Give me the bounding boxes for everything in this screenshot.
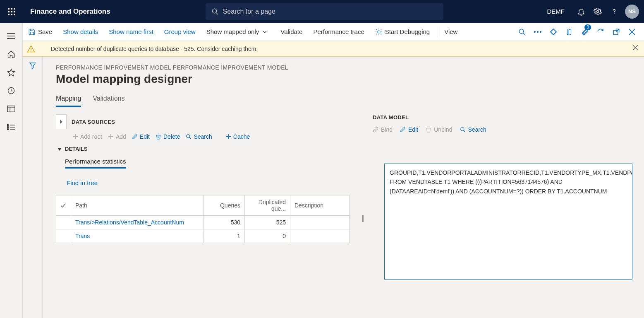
col-dup[interactable]: Duplicated que...	[245, 195, 290, 216]
delete-button[interactable]: Delete	[156, 133, 180, 140]
splitter-handle[interactable]: ‖	[362, 114, 364, 318]
table-row[interactable]: Trans 1 0	[56, 229, 350, 243]
cmd-search-button[interactable]	[514, 23, 530, 41]
search-icon	[211, 8, 219, 15]
show-mapped-only-dropdown[interactable]: Show mapped only	[201, 23, 275, 41]
overflow-button[interactable]	[530, 23, 546, 41]
notifications-button[interactable]	[573, 0, 589, 23]
svg-rect-0	[8, 8, 10, 10]
datasources-title: DATA SOURCES	[72, 119, 115, 125]
table-row[interactable]: Trans/>Relations/VendTable_AccountNum 53…	[56, 216, 350, 229]
company-code[interactable]: DEMF	[547, 8, 565, 15]
workspace-icon	[7, 105, 15, 113]
group-view-button[interactable]: Group view	[159, 23, 201, 41]
diamond-icon	[550, 28, 557, 36]
workspaces-button[interactable]	[0, 100, 23, 118]
cell-queries: 1	[203, 229, 245, 243]
datasources-collapse-button[interactable]	[56, 114, 67, 129]
svg-point-21	[7, 125, 9, 126]
filter-icon	[29, 62, 36, 69]
home-button[interactable]	[0, 45, 23, 63]
trash-icon	[426, 127, 431, 132]
svg-line-57	[189, 137, 191, 139]
query-textarea[interactable]: GROUPID,T1.VENDORPORTALADMINISTRATORRECI…	[384, 164, 632, 279]
dm-edit-button[interactable]: Edit	[400, 126, 418, 133]
home-icon	[7, 50, 15, 58]
svg-rect-7	[11, 14, 12, 15]
popout-button[interactable]	[608, 23, 624, 41]
filter-strip	[23, 57, 43, 318]
attachments-button[interactable]: 0	[577, 23, 593, 41]
performance-grid: Path Queries Duplicated que... Descripti…	[56, 195, 350, 243]
col-desc[interactable]: Description	[290, 195, 350, 216]
edit-button[interactable]: Edit	[132, 133, 150, 140]
close-icon	[629, 29, 635, 35]
close-icon	[632, 45, 638, 51]
modules-button[interactable]	[0, 118, 23, 136]
cache-button[interactable]: Cache	[225, 133, 250, 140]
plus-icon	[108, 134, 114, 140]
path-link[interactable]: Trans	[75, 233, 90, 239]
office-button[interactable]	[561, 23, 577, 41]
svg-point-25	[7, 129, 9, 130]
col-path[interactable]: Path	[71, 195, 203, 216]
show-details-button[interactable]: Show details	[57, 23, 103, 41]
svg-rect-18	[7, 106, 15, 112]
bind-button[interactable]: Bind	[373, 126, 393, 133]
svg-rect-5	[14, 11, 15, 12]
warning-close-button[interactable]	[632, 45, 638, 51]
cell-queries: 530	[203, 216, 245, 229]
app-launcher-button[interactable]	[0, 0, 23, 23]
hamburger-button[interactable]	[0, 27, 23, 45]
performance-trace-button[interactable]: Performance trace	[308, 23, 369, 41]
col-queries[interactable]: Queries	[203, 195, 245, 216]
attachments-badge: 0	[584, 24, 591, 30]
plus-icon	[72, 134, 78, 140]
dm-search-button[interactable]: Search	[460, 126, 486, 133]
favorites-button[interactable]	[0, 63, 23, 82]
svg-marker-50	[30, 63, 36, 69]
tab-validations[interactable]: Validations	[93, 95, 124, 107]
help-button[interactable]	[606, 0, 622, 23]
command-bar: Save Show details Show name first Group …	[0, 23, 644, 41]
pencil-icon	[400, 127, 406, 132]
datamodel-toolbar: Bind Edit Unbind Search	[373, 126, 634, 133]
save-button[interactable]: Save	[23, 23, 57, 41]
grid-select-all[interactable]	[56, 195, 71, 216]
pencil-icon	[132, 134, 138, 140]
refresh-button[interactable]	[593, 23, 608, 41]
add-button[interactable]: Add	[108, 133, 126, 140]
chevron-down-icon	[262, 29, 267, 34]
find-in-tree-link[interactable]: Find in tree	[67, 179, 98, 186]
show-name-first-button[interactable]: Show name first	[103, 23, 159, 41]
details-header[interactable]: DETAILS	[57, 146, 354, 152]
svg-point-40	[540, 31, 541, 33]
nav-diamond-button[interactable]	[546, 23, 561, 41]
start-debugging-button[interactable]: Start Debugging	[370, 23, 435, 41]
page-tabs: Mapping Validations	[56, 95, 634, 107]
svg-line-62	[463, 130, 465, 132]
search-icon	[460, 127, 466, 132]
tab-mapping[interactable]: Mapping	[56, 95, 81, 107]
unbind-button[interactable]: Unbind	[426, 126, 452, 133]
page-title: Model mapping designer	[56, 72, 634, 86]
view-button[interactable]: View	[439, 23, 463, 41]
validate-button[interactable]: Validate	[275, 23, 308, 41]
filter-button[interactable]	[29, 62, 36, 318]
recent-button[interactable]	[0, 82, 23, 100]
add-root-button[interactable]: Add root	[72, 133, 102, 140]
breadcrumb: PERFORMANCE IMPROVEMENT MODEL PERFORMANC…	[56, 64, 634, 71]
user-avatar[interactable]: NS	[625, 5, 639, 19]
check-icon	[60, 202, 66, 208]
global-search[interactable]: Search for a page	[206, 3, 443, 20]
perf-stats-tab[interactable]: Performance statistics	[65, 158, 126, 169]
ds-search-button[interactable]: Search	[186, 133, 212, 140]
office-icon	[565, 28, 573, 36]
clock-icon	[7, 87, 15, 95]
settings-button[interactable]	[589, 0, 606, 23]
list-icon	[7, 123, 15, 131]
close-button[interactable]	[624, 23, 640, 41]
left-rail	[0, 23, 23, 318]
path-link[interactable]: Trans/>Relations/VendTable_AccountNum	[75, 219, 184, 226]
product-title: Finance and Operations	[30, 7, 110, 16]
